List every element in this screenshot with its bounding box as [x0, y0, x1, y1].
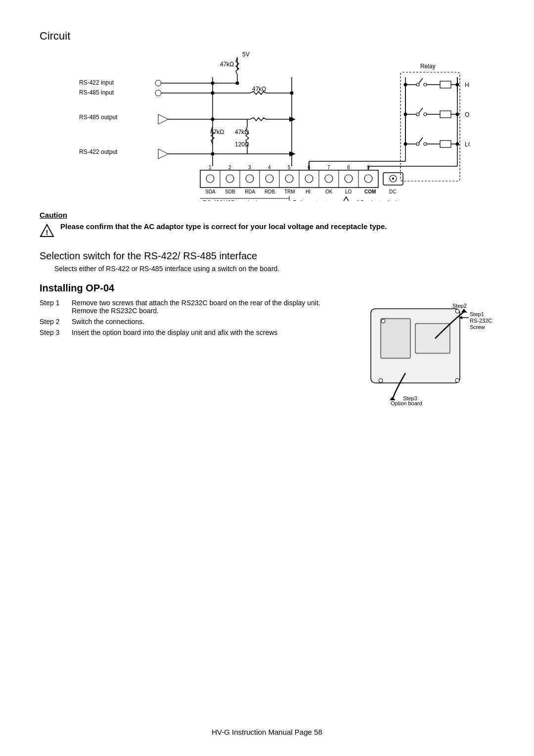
svg-point-15	[236, 82, 239, 85]
svg-point-2	[155, 90, 161, 96]
svg-rect-94	[440, 111, 451, 118]
step-text: Insert the option board into the display…	[72, 329, 346, 336]
svg-point-132	[455, 378, 459, 382]
svg-text:LO: LO	[345, 189, 352, 194]
installing-section: Installing OP-04 Step 1Remove two screws…	[40, 283, 494, 409]
svg-marker-134	[461, 309, 467, 313]
footer: HV-G Instruction Manual Page 58	[0, 728, 534, 736]
svg-text:RS-422/485 terminal: RS-422/485 terminal	[203, 199, 257, 201]
svg-text:5: 5	[288, 165, 291, 170]
svg-point-92	[416, 113, 419, 116]
svg-point-130	[381, 319, 385, 323]
svg-text:Screw: Screw	[470, 324, 485, 330]
svg-point-83	[424, 83, 427, 86]
svg-text:TRM: TRM	[284, 189, 295, 194]
rs422-output-label: RS-422 output	[79, 148, 118, 155]
svg-text:Step3: Step3	[403, 395, 417, 401]
svg-text:4: 4	[268, 165, 271, 170]
step-row: Step 3Insert the option board into the d…	[40, 329, 346, 336]
svg-point-74	[392, 178, 394, 180]
step-text: Remove two screws that attach the RS232C…	[72, 299, 346, 315]
svg-point-101	[416, 142, 419, 145]
svg-text:RDA: RDA	[245, 189, 255, 194]
selection-title: Selection switch for the RS-422/ RS-485 …	[40, 250, 494, 262]
caution-label: Caution	[40, 211, 494, 219]
rs485-output-label: RS-485 output	[79, 114, 118, 121]
step-label: Step 2	[40, 318, 67, 326]
caution-section: Caution ! Please confirm that the AC ada…	[40, 211, 494, 241]
svg-point-52	[345, 175, 353, 183]
svg-point-133	[379, 378, 383, 382]
svg-marker-122	[340, 197, 352, 201]
svg-text:3: 3	[248, 165, 251, 170]
caution-box: ! Please confirm that the AC adaptor typ…	[40, 222, 494, 241]
svg-text:COM: COM	[364, 189, 376, 194]
selection-section: Selection switch for the RS-422/ RS-485 …	[40, 250, 494, 273]
svg-text:RS-232C: RS-232C	[470, 318, 492, 324]
rs422-input-label: RS-422 input	[79, 79, 114, 86]
step-row: Step 2Switch the connections.	[40, 318, 346, 326]
circuit-diagram: .cline { stroke: #000; stroke-width: 1.5…	[40, 47, 494, 201]
svg-point-113	[404, 113, 407, 116]
svg-point-93	[424, 113, 427, 116]
installing-content: Step 1Remove two screws that attach the …	[40, 299, 494, 409]
svg-text:DC: DC	[389, 189, 396, 194]
svg-text:!: !	[46, 229, 48, 236]
installing-diagram: .dline { stroke:#000; stroke-width:1.5; …	[356, 299, 494, 409]
svg-text:HI: HI	[465, 82, 470, 89]
step-label: Step 3	[40, 329, 67, 336]
svg-marker-34	[289, 117, 296, 122]
svg-point-50	[305, 175, 313, 183]
svg-point-82	[416, 83, 419, 86]
svg-text:2: 2	[228, 165, 231, 170]
svg-rect-103	[440, 141, 451, 147]
svg-text:SDB: SDB	[225, 189, 235, 194]
svg-text:8: 8	[347, 165, 350, 170]
svg-text:47kΩ: 47kΩ	[220, 61, 234, 68]
svg-point-45	[206, 175, 214, 183]
svg-point-51	[325, 175, 333, 183]
svg-text:1: 1	[209, 165, 212, 170]
svg-point-24	[211, 118, 215, 121]
svg-point-53	[364, 175, 372, 183]
svg-text:5V: 5V	[242, 51, 250, 58]
step-text: Switch the connections.	[72, 318, 346, 326]
caution-text: Please confirm that the AC adaptor type …	[60, 222, 387, 231]
svg-text:RDB: RDB	[265, 189, 275, 194]
svg-marker-4	[158, 114, 168, 124]
step-row: Step 1Remove two screws that attach the …	[40, 299, 346, 315]
svg-text:OK: OK	[465, 111, 470, 118]
svg-text:LO: LO	[465, 141, 470, 148]
svg-marker-135	[390, 397, 396, 400]
svg-text:Step2: Step2	[452, 303, 467, 309]
circuit-title: Circuit	[40, 30, 494, 43]
svg-marker-6	[158, 149, 168, 159]
svg-text:HI: HI	[306, 189, 311, 194]
svg-text:Step1: Step1	[470, 311, 484, 317]
svg-text:7: 7	[327, 165, 330, 170]
installing-steps: Step 1Remove two screws that attach the …	[40, 299, 346, 339]
svg-point-131	[455, 309, 459, 313]
svg-text:AC adaptor jack: AC adaptor jack	[356, 199, 399, 201]
svg-text:Relay: Relay	[420, 63, 436, 70]
selection-desc: Selects either of RS-422 or RS-485 inter…	[54, 265, 494, 273]
svg-point-47	[246, 175, 254, 183]
svg-point-114	[404, 142, 407, 146]
svg-rect-128	[381, 319, 410, 358]
svg-text:Relay output: Relay output	[293, 199, 326, 201]
warning-icon: !	[40, 223, 54, 241]
rs485-input-label: RS-485 input	[79, 89, 114, 96]
svg-rect-84	[440, 81, 451, 88]
svg-rect-76	[400, 72, 460, 181]
svg-text:SDA: SDA	[205, 189, 216, 194]
circuit-svg: .cline { stroke: #000; stroke-width: 1.5…	[64, 47, 470, 201]
svg-point-31	[290, 92, 294, 95]
svg-point-14	[211, 82, 215, 85]
svg-marker-35	[289, 151, 296, 156]
svg-text:OK: OK	[325, 189, 333, 194]
step-label: Step 1	[40, 299, 67, 315]
svg-rect-129	[415, 324, 450, 353]
svg-point-112	[404, 83, 407, 87]
svg-point-102	[424, 142, 427, 145]
svg-point-49	[285, 175, 293, 183]
